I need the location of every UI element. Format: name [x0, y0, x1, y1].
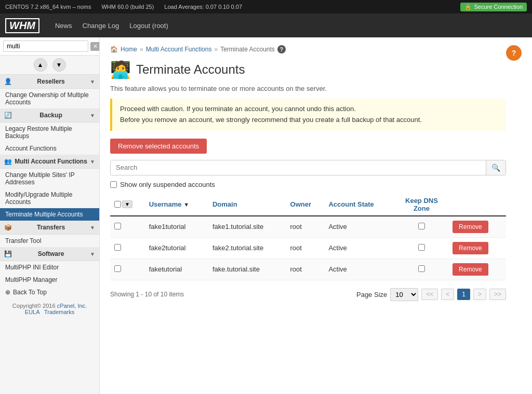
- col-username[interactable]: Username ▼: [145, 194, 208, 216]
- page-icon: 🧑‍💻: [110, 60, 131, 79]
- sidebar-section-transfers-header[interactable]: 📦 Transfers ▼: [0, 221, 99, 234]
- layout: ✕ ▲ ▼ 👤 Resellers ▼ Change Ownership of …: [0, 37, 532, 394]
- cpanel-link[interactable]: cPanel, Inc.: [57, 303, 87, 309]
- next-page-btn[interactable]: >: [473, 289, 486, 300]
- sidebar-item-account-functions[interactable]: Account Functions: [0, 142, 99, 155]
- page-1-btn[interactable]: 1: [457, 289, 470, 300]
- trademarks-link[interactable]: Trademarks: [44, 309, 74, 315]
- sidebar-item-multiphp-ini[interactable]: MultiPHP INI Editor: [0, 261, 99, 274]
- multi-account-icon: 👥: [4, 158, 12, 165]
- sidebar-section-software-header[interactable]: 💾 Software ▼: [0, 247, 99, 261]
- dns-zone-checkbox-2[interactable]: [418, 265, 425, 272]
- account-search-btn[interactable]: 🔍: [486, 160, 506, 175]
- row-checkbox-0[interactable]: [114, 223, 121, 229]
- cell-domain-1: fake2.tutorial.site: [208, 237, 286, 259]
- suspended-filter-label: Show only suspended accounts: [120, 181, 215, 188]
- col-state: Account State: [324, 194, 394, 216]
- help-float-icon[interactable]: ?: [506, 45, 522, 61]
- row-checkbox-2[interactable]: [114, 265, 121, 272]
- last-page-btn[interactable]: >>: [489, 289, 506, 300]
- sidebar-up-btn[interactable]: ▲: [34, 58, 47, 72]
- backup-icon: 🔄: [4, 112, 12, 119]
- dns-zone-checkbox-0[interactable]: [418, 223, 425, 229]
- remove-btn-2[interactable]: Remove: [453, 263, 488, 276]
- cell-owner-1: root: [286, 237, 325, 259]
- cell-state-0: Active: [324, 216, 394, 238]
- logo: WHM: [5, 18, 39, 33]
- secure-badge: 🔒 Secure Connection: [460, 3, 527, 11]
- cell-state-1: Active: [324, 237, 394, 259]
- sidebar-item-back-top[interactable]: ⊕ Back To Top: [0, 286, 99, 298]
- col-owner: Owner: [286, 194, 325, 216]
- dns-zone-checkbox-1[interactable]: [418, 244, 425, 251]
- sidebar-item-legacy-restore[interactable]: Legacy Restore Multiple Backups: [0, 123, 99, 142]
- cell-username-1: fake2tutorial: [145, 237, 208, 259]
- whm-version: WHM 60.0 (build 25): [101, 4, 154, 10]
- sidebar-item-multiphp-manager[interactable]: MultiPHP Manager: [0, 274, 99, 286]
- sidebar-footer: Copyright© 2016 cPanel, Inc. EULA Tradem…: [0, 298, 99, 319]
- cell-domain-2: fake.tutorial.site: [208, 259, 286, 280]
- row-checkbox-1[interactable]: [114, 244, 121, 251]
- accounts-table: ▼ Username ▼ Domain Owner: [110, 194, 506, 280]
- page-description: This feature allows you to terminate one…: [110, 85, 506, 92]
- software-label: Software: [38, 250, 64, 257]
- showing-label: Showing 1 - 10 of 10 items: [110, 291, 184, 298]
- cell-owner-0: root: [286, 216, 325, 238]
- sidebar-section-backup: 🔄 Backup ▼: [0, 108, 99, 123]
- sidebar-item-transfer-tool[interactable]: Transfer Tool: [0, 235, 99, 247]
- copyright-text: Copyright© 2016: [12, 303, 56, 309]
- sidebar-down-btn[interactable]: ▼: [52, 58, 66, 72]
- prev-page-btn[interactable]: <: [441, 289, 454, 300]
- account-search-input[interactable]: [111, 160, 486, 174]
- multi-account-chevron: ▼: [90, 159, 95, 165]
- navbar: WHM News Change Log Logout (root): [0, 13, 532, 37]
- breadcrumb-home-link[interactable]: Home: [121, 46, 137, 53]
- breadcrumb-sep1: »: [140, 46, 143, 53]
- lock-icon: 🔒: [464, 4, 472, 10]
- server-info: CENTOS 7.2 x86_64 kvm – noms WHM 60.0 (b…: [5, 4, 242, 10]
- software-icon: 💾: [4, 250, 12, 257]
- suspended-filter-checkbox[interactable]: [110, 181, 117, 188]
- col-username-label: Username: [149, 200, 182, 208]
- select-all-checkbox[interactable]: [114, 201, 121, 208]
- cell-state-2: Active: [324, 259, 394, 280]
- backup-label: Backup: [39, 112, 62, 119]
- sidebar-arrows: ▲ ▼: [0, 56, 99, 75]
- page-size-select[interactable]: 10 25 50 100: [390, 288, 418, 301]
- breadcrumb-multi-link[interactable]: Multi Account Functions: [146, 46, 212, 53]
- select-dropdown-btn[interactable]: ▼: [122, 200, 132, 208]
- filter-row: Show only suspended accounts: [110, 181, 506, 188]
- table-row: faketutorial fake.tutorial.site root Act…: [110, 259, 506, 280]
- sidebar-search-clear[interactable]: ✕: [90, 42, 100, 51]
- sort-icon: ▼: [183, 201, 189, 208]
- sidebar-item-terminate[interactable]: Terminate Multiple Accounts: [0, 208, 99, 221]
- nav-news[interactable]: News: [55, 22, 72, 30]
- transfers-icon: 📦: [4, 224, 12, 231]
- sidebar-section-transfers: 📦 Transfers ▼: [0, 221, 99, 235]
- load-averages: Load Averages: 0.07 0.10 0.07: [164, 4, 242, 10]
- breadcrumb-help-icon[interactable]: ?: [277, 45, 286, 53]
- remove-btn-1[interactable]: Remove: [453, 242, 488, 254]
- col-action: [448, 194, 506, 216]
- sidebar-item-modify-upgrade[interactable]: Modify/Upgrade Multiple Accounts: [0, 188, 99, 208]
- sidebar-item-change-ip[interactable]: Change Multiple Sites' IP Addresses: [0, 169, 99, 188]
- server-name: CENTOS 7.2 x86_64 kvm – noms: [5, 4, 91, 10]
- page-header: 🧑‍💻 Terminate Accounts: [110, 60, 506, 79]
- remove-selected-btn[interactable]: Remove selected accounts: [110, 139, 207, 154]
- breadcrumb: 🏠 Home » Multi Account Functions » Termi…: [110, 45, 506, 53]
- remove-btn-0[interactable]: Remove: [453, 221, 488, 233]
- resellers-label: Resellers: [37, 78, 64, 85]
- first-page-btn[interactable]: <<: [421, 289, 438, 300]
- eula-link[interactable]: EULA: [25, 309, 39, 315]
- sidebar-section-multi-account-header[interactable]: 👥 Multi Account Functions ▼: [0, 155, 99, 168]
- nav-logout[interactable]: Logout (root): [129, 22, 168, 30]
- table-row: fake1tutorial fake1.tutorial.site root A…: [110, 216, 506, 238]
- sidebar-item-change-ownership[interactable]: Change Ownership of Multiple Accounts: [0, 89, 99, 108]
- sidebar-section-resellers-header[interactable]: 👤 Resellers ▼: [0, 75, 99, 88]
- col-dns-zone: Keep DNSZone: [395, 194, 448, 216]
- sidebar-section-backup-header[interactable]: 🔄 Backup ▼: [0, 108, 99, 122]
- page-size-label: Page Size: [356, 291, 387, 298]
- sidebar-search-input[interactable]: [3, 40, 88, 52]
- software-chevron: ▼: [90, 251, 95, 257]
- nav-changelog[interactable]: Change Log: [83, 22, 119, 30]
